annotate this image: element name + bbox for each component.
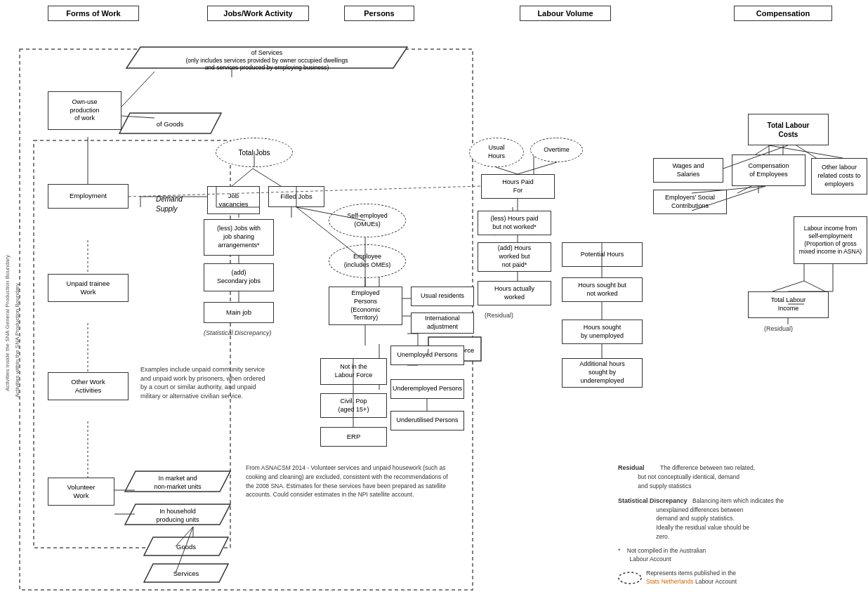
svg-line-49 — [121, 72, 154, 107]
svg-text:Services: Services — [173, 570, 199, 577]
total-labour-income-box: Total Labour Income — [748, 291, 829, 318]
of-services-parallelogram: of Services (only includes services prov… — [119, 44, 414, 72]
col-header-forms-of-work: Forms of Work — [48, 6, 139, 21]
filled-jobs-box: Filled Jobs — [268, 186, 324, 207]
less-jobs-sharing-box: (less) Jobs with job sharing arrangement… — [204, 219, 274, 256]
usual-residents-box: Usual residents — [411, 287, 474, 306]
intl-adjustment-box: International adjustment — [411, 313, 474, 334]
employee-ellipse: Employee (includes OMEs) — [329, 244, 406, 278]
col-header-labour-volume: Labour Volume — [520, 6, 611, 21]
stat-disc-def-title: Statistical Discrepancy — [618, 497, 688, 504]
svg-text:In household: In household — [159, 508, 196, 515]
other-labour-costs-box: Other labour related costs to employers — [811, 158, 867, 195]
overtime-ellipse: Overtime — [530, 138, 583, 162]
ellipse-note: Represents items published in theStats N… — [646, 570, 737, 586]
underemployed-box: Underemployed Persons — [390, 379, 464, 399]
employment-box: Employment — [48, 184, 129, 209]
wages-salaries-box: Wages and Salaries — [653, 158, 723, 183]
supply-label: Supply — [156, 205, 178, 213]
employed-persons-box: Employed Persons (Economic Territory) — [329, 287, 402, 325]
svg-line-18 — [804, 281, 825, 291]
in-household-parallelogram: In household producing units — [121, 502, 234, 527]
unpaid-trainee-box: Unpaid trainee Work — [48, 274, 129, 302]
main-job-box: Main job — [204, 302, 274, 323]
labour-income-self-box: Labour income from self-employment (Prop… — [794, 216, 867, 264]
add-secondary-box: (add) Secondary jobs — [204, 263, 274, 291]
self-employed-ellipse: Self-employed (OMUEs) — [329, 204, 406, 237]
svg-line-17 — [772, 281, 804, 291]
potential-hours-box: Potential Hours — [562, 242, 643, 267]
usual-hours-ellipse: Usual Hours — [469, 138, 524, 167]
volunteer-description: From ASNACSM 2014 - Volunteer services a… — [246, 463, 449, 499]
job-vacancies-box: Job vacancies — [207, 186, 260, 214]
svg-text:In market and: In market and — [158, 475, 197, 482]
less-hours-paid-not-worked-box: (less) Hours paid but not worked* — [478, 211, 551, 235]
compensation-employees-box: Compensation of Employees — [732, 154, 805, 186]
employers-social-box: Employers' Social Contributions — [653, 190, 727, 214]
residual-def-title: Residual — [618, 464, 645, 471]
svg-text:non-market units: non-market units — [154, 483, 202, 490]
hours-sought-unemployed-box: Hours sought by unemployed — [562, 320, 643, 344]
civil-pop-box: Civil. Pop (aged 15+) — [320, 393, 387, 418]
unemployed-persons-box: Unemployed Persons — [390, 346, 464, 365]
goods-bottom-parallelogram: Goods — [140, 535, 232, 558]
erp-box: ERP — [320, 427, 387, 447]
hours-actually-worked-box: Hours actually worked — [478, 281, 551, 305]
not-in-labour-force-box: Not in the Labour Force — [320, 358, 387, 385]
of-goods-parallelogram: of Goods — [116, 111, 225, 136]
own-use-production-box: Own-use production of work — [48, 91, 121, 130]
ellipse-note-container: Represents items published in theStats N… — [618, 570, 857, 586]
svg-line-3 — [232, 169, 253, 186]
svg-text:and services produced by emplo: and services produced by employing busin… — [205, 64, 329, 71]
volunteer-work-box: Volunteer Work — [48, 478, 114, 506]
hours-paid-for-box: Hours Paid For — [481, 174, 555, 199]
total-jobs-ellipse: Total Jobs — [216, 138, 293, 167]
svg-line-4 — [253, 169, 281, 186]
svg-point-48 — [619, 572, 641, 584]
hours-sought-not-worked-box: Hours sought but not worked — [562, 277, 643, 302]
demand-label: Demand — [156, 195, 183, 203]
services-bottom-parallelogram: Services — [140, 562, 232, 584]
svg-line-80 — [496, 167, 518, 174]
total-labour-costs-box: Total Labour Costs — [748, 114, 829, 145]
col-header-jobs-work-activity: Jobs/Work Activity — [207, 6, 309, 21]
svg-text:(only includes services provid: (only includes services provided by owne… — [185, 57, 348, 64]
svg-text:producing units: producing units — [156, 516, 199, 523]
asterisk-note: * Not compiled in the Australian Labour … — [618, 547, 857, 564]
diagram-container: Forms of Work Jobs/Work Activity Persons… — [0, 0, 868, 592]
other-work-description: Examples include unpaid community servic… — [140, 365, 281, 400]
svg-text:of Goods: of Goods — [157, 120, 184, 128]
svg-line-81 — [518, 162, 557, 174]
underutilised-box: Underutilised Persons — [390, 411, 464, 430]
additional-hours-box: Additional hours sought by underemployed — [562, 358, 643, 388]
add-hours-worked-not-paid-box: (add) Hours worked but not paid* — [478, 242, 551, 272]
activities-within-label: Activities within the SNA Production Bou… — [14, 154, 20, 527]
stat-discrepancy-label: (Statistical Discrepancy) — [204, 329, 272, 338]
legend-area: Residual The difference between two rela… — [618, 463, 857, 586]
svg-text:Goods: Goods — [176, 543, 196, 551]
svg-text:of Services: of Services — [251, 49, 283, 56]
col-header-compensation: Compensation — [734, 6, 832, 21]
residual-hours-label: (Residual) — [485, 311, 513, 320]
other-work-box: Other Work Activities — [48, 372, 129, 400]
residual-bottom-label: (Residual) — [764, 324, 793, 334]
col-header-persons: Persons — [344, 6, 414, 21]
in-market-parallelogram: In market and non-market units — [121, 469, 234, 494]
activities-inside-label: Activities inside the SNA General Produc… — [4, 105, 11, 541]
